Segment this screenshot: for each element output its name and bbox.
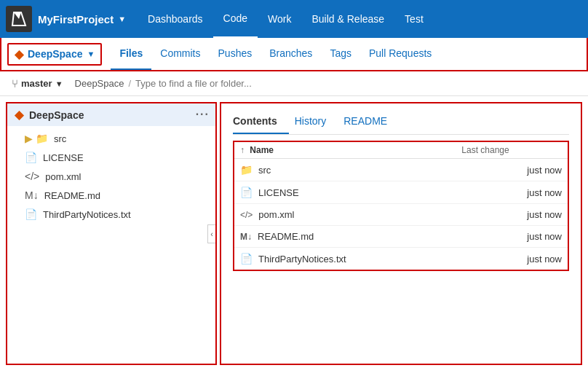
nav-test[interactable]: Test (394, 0, 434, 38)
row-folder-icon: 📁 (240, 164, 253, 176)
tree-item-pom[interactable]: </> pom.xml (7, 167, 215, 186)
tab-tags[interactable]: Tags (321, 38, 360, 70)
repo-name: DeepSpace (28, 48, 82, 60)
azure-logo[interactable] (6, 6, 32, 32)
table-row[interactable]: 📁 src just now (234, 159, 568, 181)
project-selector[interactable]: MyFirstProject ▼ (38, 13, 126, 26)
content-tabs: Contents History README (233, 109, 569, 135)
col-name-header[interactable]: ↑ Name (234, 141, 456, 159)
project-name: MyFirstProject (38, 13, 114, 26)
repo-chevron-icon: ▼ (87, 50, 95, 58)
txt-icon: 📄 (25, 208, 37, 220)
branch-icon: ⑂ (12, 77, 18, 90)
row-doc-icon: 📄 (240, 187, 253, 198)
last-change-thirdparty: just now (456, 248, 568, 271)
nav-work[interactable]: Work (258, 0, 301, 38)
repo-tree-name: DeepSpace (29, 109, 84, 121)
repo-nav-items: Files Commits Pushes Branches Tags Pull … (111, 38, 440, 70)
content-table: ↑ Name Last change 📁 src just now (233, 141, 569, 271)
tree-item-src-label: src (54, 133, 66, 144)
col-last-change-header: Last change (456, 141, 568, 159)
last-change-license: just now (456, 181, 568, 204)
file-name-thirdparty: ThirdPartyNotices.txt (258, 254, 346, 265)
top-nav: MyFirstProject ▼ Dashboards Code Work Bu… (0, 0, 588, 38)
branch-name: master (21, 78, 52, 89)
file-name-cell-thirdparty: 📄 ThirdPartyNotices.txt (240, 253, 450, 265)
file-name-src: src (258, 165, 271, 176)
file-name-readme: README.md (258, 231, 314, 242)
collapse-panel-button[interactable]: ‹ (207, 224, 216, 243)
tab-contents[interactable]: Contents (233, 109, 289, 134)
nav-code[interactable]: Code (213, 0, 258, 38)
file-name-cell-src: 📁 src (240, 164, 450, 176)
repo-nav: ◆ DeepSpace ▼ Files Commits Pushes Branc… (0, 38, 588, 71)
main-area: ◆ DeepSpace ··· ▶ 📁 src 📄 LICENSE </> po… (0, 96, 588, 371)
row-md-icon: M↓ (240, 232, 252, 242)
file-name-cell-pom: </> pom.xml (240, 209, 450, 220)
content-panel: Contents History README ↑ Name Last chan… (220, 102, 582, 365)
tab-commits[interactable]: Commits (151, 38, 209, 70)
repo-tree-header[interactable]: ◆ DeepSpace ··· (7, 103, 215, 126)
file-name-pom: pom.xml (258, 209, 294, 220)
file-name-license: LICENSE (258, 187, 299, 198)
sort-arrow-icon: ↑ (240, 145, 245, 155)
tree-more-icon[interactable]: ··· (196, 108, 210, 121)
repo-diamond-icon: ◆ (15, 108, 23, 122)
code-icon: </> (25, 171, 39, 182)
tree-item-readme-label: README.md (44, 190, 100, 201)
tab-history[interactable]: History (295, 109, 338, 134)
tree-item-license-label: LICENSE (43, 152, 84, 163)
row-txt-icon: 📄 (240, 253, 253, 265)
repo-selector[interactable]: ◆ DeepSpace ▼ (7, 43, 102, 66)
tree-item-license[interactable]: 📄 LICENSE (7, 148, 215, 167)
folder-icon: ▶ 📁 (25, 133, 48, 144)
tree-item-pom-label: pom.xml (45, 171, 81, 182)
breadcrumb-separator: / (128, 78, 131, 89)
branch-bar: ⑂ master ▼ DeepSpace / (0, 71, 588, 96)
nav-dashboards[interactable]: Dashboards (138, 0, 213, 38)
tree-item-src[interactable]: ▶ 📁 src (7, 129, 215, 148)
tab-branches[interactable]: Branches (261, 38, 321, 70)
branch-selector[interactable]: ⑂ master ▼ (12, 77, 63, 90)
row-code-icon: </> (240, 210, 253, 220)
file-tree: ▶ 📁 src 📄 LICENSE </> pom.xml M↓ README.… (7, 126, 215, 227)
file-search-input[interactable] (135, 78, 281, 89)
branch-chevron-icon: ▼ (55, 79, 63, 88)
tree-item-thirdparty[interactable]: 📄 ThirdPartyNotices.txt (7, 205, 215, 224)
file-name-cell-readme: M↓ README.md (240, 231, 450, 242)
table-row[interactable]: M↓ README.md just now (234, 226, 568, 248)
file-tree-panel: ◆ DeepSpace ··· ▶ 📁 src 📄 LICENSE </> po… (6, 102, 217, 365)
doc-icon: 📄 (25, 152, 37, 163)
table-row[interactable]: 📄 ThirdPartyNotices.txt just now (234, 248, 568, 271)
nav-build-release[interactable]: Build & Release (301, 0, 394, 38)
tab-pushes[interactable]: Pushes (210, 38, 261, 70)
tree-item-thirdparty-label: ThirdPartyNotices.txt (43, 209, 131, 220)
tab-readme[interactable]: README (343, 109, 399, 134)
breadcrumb-repo[interactable]: DeepSpace (75, 78, 124, 89)
breadcrumb: DeepSpace / (75, 78, 282, 89)
top-nav-items: Dashboards Code Work Build & Release Tes… (138, 0, 582, 38)
last-change-pom: just now (456, 204, 568, 226)
table-row[interactable]: </> pom.xml just now (234, 204, 568, 226)
project-chevron-icon: ▼ (118, 15, 126, 23)
tree-item-readme[interactable]: M↓ README.md (7, 186, 215, 205)
last-change-readme: just now (456, 226, 568, 248)
diamond-icon: ◆ (15, 47, 23, 61)
file-name-cell-license: 📄 LICENSE (240, 187, 450, 198)
svg-marker-1 (14, 12, 21, 19)
last-change-src: just now (456, 159, 568, 181)
tab-files[interactable]: Files (111, 38, 151, 70)
table-row[interactable]: 📄 LICENSE just now (234, 181, 568, 204)
md-icon: M↓ (25, 189, 39, 201)
tab-pull-requests[interactable]: Pull Requests (360, 38, 440, 70)
